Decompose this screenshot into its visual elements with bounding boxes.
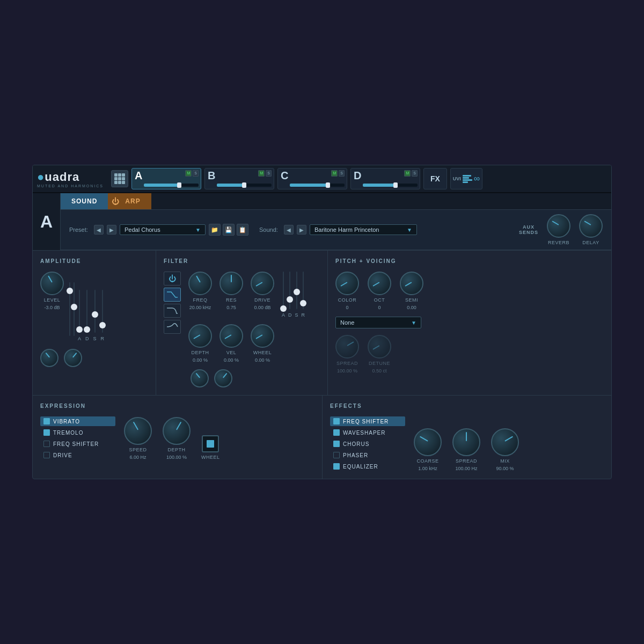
filter-adsr-r-handle[interactable]: [300, 300, 306, 306]
amp-knob-2[interactable]: [64, 349, 82, 367]
res-knob[interactable]: [219, 272, 243, 295]
channel-c-m[interactable]: M: [331, 170, 338, 177]
fader-2-handle[interactable]: [71, 304, 77, 310]
detune-knob[interactable]: [368, 335, 391, 358]
channel-d-thumb[interactable]: [393, 182, 398, 188]
fader-1-handle[interactable]: [67, 288, 73, 294]
adsr-a-handle[interactable]: [76, 326, 83, 333]
channel-c-block[interactable]: C M S: [277, 168, 347, 189]
sound-next[interactable]: ▶: [297, 225, 306, 235]
channel-b-slider[interactable]: [217, 184, 272, 187]
uvi-button[interactable]: UVI ∞: [450, 168, 482, 189]
preset-copy-icon[interactable]: 📋: [237, 224, 248, 236]
effect-chorus[interactable]: CHORUS: [330, 439, 405, 449]
preset-save-icon[interactable]: 💾: [223, 224, 235, 236]
semi-knob[interactable]: [400, 272, 423, 295]
channel-c-thumb[interactable]: [326, 182, 330, 188]
fx-spread-knob[interactable]: [452, 428, 480, 456]
preset-next[interactable]: ▶: [107, 225, 116, 235]
level-fader-2[interactable]: [74, 277, 75, 341]
filter-shape-lp-steep[interactable]: [164, 288, 181, 302]
expr-wheel-btn[interactable]: [202, 435, 219, 452]
channel-d-s[interactable]: S: [412, 170, 418, 177]
tab-sound[interactable]: SOUND: [61, 193, 108, 209]
effect-waveshaper[interactable]: WAVESHAPER: [330, 428, 405, 437]
depth-value: 0.00 %: [193, 357, 208, 363]
expr-speed-knob[interactable]: [124, 417, 152, 445]
channel-d-m[interactable]: M: [404, 170, 411, 177]
amp-knob-1[interactable]: [40, 349, 58, 367]
drive-knob[interactable]: [251, 272, 274, 295]
channel-a-thumb[interactable]: [177, 182, 181, 188]
vel-knob[interactable]: [219, 324, 243, 348]
adsr-a-track[interactable]: [79, 290, 80, 333]
amplitude-faders: A D: [69, 272, 104, 341]
channel-c-ms: M S: [331, 170, 345, 177]
channel-b-m[interactable]: M: [258, 170, 265, 177]
adsr-d-track[interactable]: [86, 290, 87, 333]
expr-vibrato[interactable]: VIBRATO: [40, 416, 115, 426]
spread-knob[interactable]: [335, 335, 359, 358]
filter-bottom-knob-2[interactable]: [214, 369, 232, 387]
effect-phaser[interactable]: PHASER: [330, 450, 405, 460]
filter-adsr-a-handle[interactable]: [280, 305, 287, 312]
channel-a-s[interactable]: S: [193, 170, 199, 177]
filter-adsr-r-track[interactable]: [303, 272, 304, 309]
color-knob[interactable]: [335, 272, 359, 295]
channel-b-block[interactable]: B M S: [204, 168, 274, 189]
fx-mix-knob[interactable]: [491, 428, 519, 456]
filter-adsr-a-track[interactable]: [283, 272, 284, 309]
expression-controls: SPEED 6.00 Hz DEPTH 100.00 %: [124, 416, 220, 460]
depth-knob[interactable]: [188, 324, 212, 348]
adsr-d-handle[interactable]: [84, 326, 90, 333]
channel-d-block[interactable]: D M S: [350, 168, 420, 189]
channel-b-thumb[interactable]: [242, 182, 246, 188]
filter-adsr-d-handle[interactable]: [287, 296, 293, 303]
filter-top: ⏻: [164, 272, 320, 363]
effect-freq-shifter[interactable]: FREQ SHIFTER: [330, 416, 405, 426]
channel-c-slider[interactable]: [290, 184, 345, 187]
adsr-s-handle[interactable]: [92, 311, 98, 318]
fx-coarse-knob[interactable]: [414, 428, 442, 456]
expr-freqshift-label: FREQ SHIFTER: [53, 441, 99, 447]
channel-d-slider[interactable]: [363, 184, 418, 187]
reverb-knob[interactable]: [547, 214, 570, 238]
freq-knob[interactable]: [188, 272, 212, 295]
channel-b-s[interactable]: S: [266, 170, 272, 177]
expr-freq-shifter[interactable]: FREQ SHIFTER: [40, 439, 115, 449]
arp-power-btn[interactable]: ⏻: [108, 197, 123, 206]
filter-adsr-d-track[interactable]: [289, 272, 290, 309]
preset-prev[interactable]: ◀: [94, 225, 104, 235]
level-fader-1[interactable]: [69, 277, 70, 341]
adsr-r-track[interactable]: [102, 290, 103, 333]
channel-c-s[interactable]: S: [339, 170, 345, 177]
expr-speed-value: 6.00 Hz: [129, 455, 146, 460]
channel-a-block[interactable]: A M S: [131, 168, 201, 189]
adsr-s-track[interactable]: [94, 290, 96, 333]
voicing-dropdown[interactable]: None ▼: [335, 317, 421, 328]
wheel-knob[interactable]: [251, 324, 274, 348]
oct-knob[interactable]: [368, 272, 391, 295]
filter-shape-lp-mild[interactable]: [164, 320, 181, 334]
filter-adsr-s-handle[interactable]: [294, 289, 300, 295]
filter-bottom-knob-1[interactable]: [191, 369, 209, 387]
expr-drive[interactable]: DRIVE: [40, 450, 115, 460]
expr-depth-knob[interactable]: [163, 417, 191, 445]
channel-a-m[interactable]: M: [185, 170, 192, 177]
effect-equalizer[interactable]: EQUALIZER: [330, 462, 405, 471]
channel-a-slider[interactable]: [144, 184, 199, 187]
filter-power-btn[interactable]: ⏻: [164, 272, 181, 286]
preset-folder-icon[interactable]: 📁: [209, 224, 221, 236]
delay-knob[interactable]: [579, 214, 603, 238]
level-knob[interactable]: [40, 272, 64, 295]
expr-tremolo[interactable]: TREMOLO: [40, 428, 115, 437]
tab-arp[interactable]: ARP: [123, 193, 151, 209]
preset-dropdown[interactable]: Pedal Chorus ▼: [120, 224, 206, 235]
filter-shape-lp-gentle[interactable]: [164, 304, 181, 318]
sound-prev[interactable]: ◀: [284, 225, 294, 235]
sound-dropdown[interactable]: Baritone Harm Princeton ▼: [310, 224, 417, 235]
filter-adsr-s-track[interactable]: [296, 272, 297, 309]
grid-button[interactable]: [111, 170, 128, 187]
adsr-r-handle[interactable]: [99, 322, 106, 328]
fx-button[interactable]: FX: [423, 168, 447, 189]
